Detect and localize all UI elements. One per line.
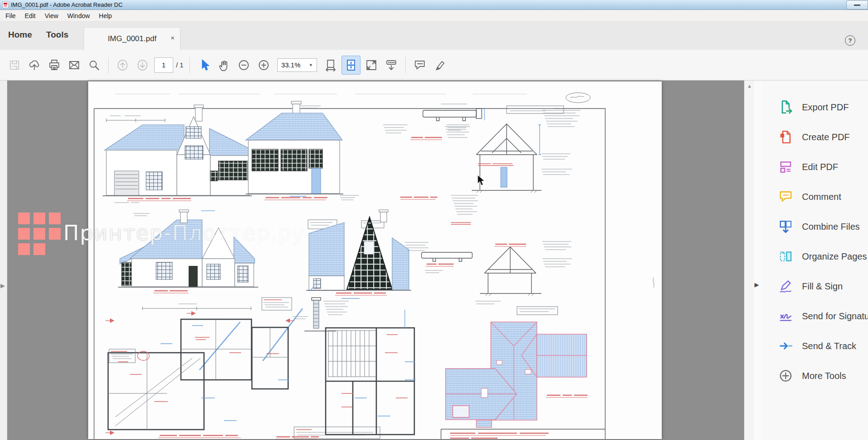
create-pdf-icon [778, 129, 793, 145]
page-up-icon [116, 59, 129, 71]
elevation-row2-right [306, 210, 411, 298]
sidebar-item-label: Organize Pages [802, 251, 867, 262]
sidebar-item-comment[interactable]: Comment [763, 182, 868, 212]
sidebar-item-label: Comment [802, 192, 841, 202]
tab-tools[interactable]: Tools [46, 30, 68, 40]
menu-file[interactable]: File [1, 11, 20, 21]
sidebar-item-export-pdf[interactable]: Export PDF [763, 92, 868, 122]
comment-icon [778, 189, 793, 204]
pdf-page[interactable] [88, 81, 662, 439]
window-title: IMG_0001.pdf - Adobe Acrobat Reader DC [11, 1, 123, 8]
full-screen-button[interactable] [361, 55, 381, 76]
organize-pages-icon [778, 249, 793, 264]
page-down-icon [136, 59, 149, 71]
title-block [441, 429, 605, 439]
menu-window[interactable]: Window [63, 11, 95, 21]
menu-view[interactable]: View [40, 11, 63, 21]
tools-panel: Export PDF Create PDF Edit PDF [763, 80, 868, 440]
specification-notes-column [451, 195, 478, 224]
left-panel-rail: ▶ [0, 80, 7, 440]
mouse-cursor [477, 175, 486, 186]
watermark-square [33, 228, 45, 240]
print-icon [48, 59, 61, 71]
title-bar: IMG_0001.pdf - Adobe Acrobat Reader DC [0, 0, 868, 10]
architectural-drawing [88, 81, 662, 439]
sidebar-item-create-pdf[interactable]: Create PDF [763, 122, 868, 152]
sidebar-item-combine-files[interactable]: Combine Files [763, 212, 868, 241]
scroll-up-arrow[interactable]: ▲ [745, 83, 754, 89]
email-icon [68, 59, 81, 71]
expand-left-panel-arrow[interactable]: ▶ [0, 282, 5, 289]
minimize-button[interactable] [846, 0, 868, 9]
document-viewport: ▶ [0, 80, 868, 440]
search-icon [88, 59, 100, 71]
menu-edit[interactable]: Edit [20, 11, 40, 21]
save-button[interactable] [5, 55, 24, 76]
section-markers [105, 311, 294, 435]
highlight-tool-button[interactable] [430, 55, 450, 76]
upload-cloud-button[interactable] [24, 55, 44, 76]
section-row1 [400, 110, 580, 199]
comment-tool-button[interactable] [410, 55, 430, 76]
help-icon[interactable]: ? [845, 35, 855, 46]
combine-files-icon [778, 219, 793, 234]
watermark-text: Принтер-Плоттер.ру [63, 221, 305, 245]
watermark-square [33, 243, 45, 255]
toolbar-separator [405, 57, 406, 73]
fit-page-button[interactable] [342, 56, 360, 75]
watermark-square [18, 243, 30, 255]
full-screen-icon [365, 59, 378, 71]
section-row2 [405, 241, 572, 296]
sidebar-item-label: Send & Track [802, 341, 856, 351]
menu-help[interactable]: Help [95, 11, 117, 21]
sidebar-item-edit-pdf[interactable]: Edit PDF [763, 152, 868, 182]
more-tools-icon [778, 368, 793, 383]
document-tab[interactable]: IMG_0001.pdf × [84, 27, 180, 50]
roof-plan [446, 301, 588, 427]
previous-page-button[interactable] [113, 55, 133, 76]
comment-bubble-icon [413, 59, 426, 71]
zoom-out-button[interactable] [234, 55, 254, 76]
watermark-square [49, 228, 61, 240]
beam-detail-top [383, 104, 484, 140]
next-page-button[interactable] [133, 55, 152, 76]
toolbar-separator [190, 57, 190, 73]
sidebar-item-send-track[interactable]: Send & Track [763, 331, 868, 361]
elevation-row1-middle [246, 101, 359, 200]
fit-width-icon [324, 59, 337, 71]
sidebar-item-label: More Tools [802, 371, 846, 381]
watermark-square [49, 213, 61, 224]
menu-bar: File Edit View Window Help [0, 10, 868, 22]
fill-sign-icon [778, 279, 793, 294]
email-button[interactable] [64, 55, 84, 76]
sidebar-item-label: Fill & Sign [802, 281, 843, 292]
ground-floor-plan [105, 298, 380, 439]
sidebar-item-organize-pages[interactable]: Organize Pages [763, 241, 868, 271]
sidebar-item-label: Edit PDF [802, 162, 838, 172]
tab-home[interactable]: Home [8, 30, 32, 40]
hand-tool-button[interactable] [214, 55, 234, 76]
zoom-level-dropdown[interactable]: 33.1% ▼ [277, 58, 317, 72]
print-button[interactable] [44, 55, 64, 76]
vertical-scrollbar[interactable]: ▲ [744, 80, 754, 440]
edit-pdf-icon [778, 159, 793, 175]
select-tool-button[interactable] [194, 55, 214, 76]
sidebar-item-fill-sign[interactable]: Fill & Sign [763, 271, 868, 301]
zoom-out-icon [237, 59, 250, 71]
page-number-input[interactable] [154, 57, 173, 73]
sidebar-item-more-tools[interactable]: More Tools [763, 361, 868, 391]
search-button[interactable] [84, 55, 104, 76]
sidebar-item-send-for-signature[interactable]: Send for Signature [763, 301, 868, 331]
sidebar-item-label: Export PDF [802, 102, 849, 113]
fit-width-button[interactable] [321, 55, 341, 76]
watermark-square [18, 228, 30, 240]
zoom-in-button[interactable] [254, 55, 274, 76]
zoom-level-value: 33.1% [281, 61, 309, 69]
tab-close-icon[interactable]: × [171, 34, 175, 42]
sidebar-item-label: Combine Files [802, 222, 860, 232]
beam-detail-bottom [422, 252, 472, 273]
collapse-panel-arrow[interactable]: ▶ [754, 281, 759, 288]
chevron-down-icon: ▼ [309, 63, 313, 67]
scroll-mode-button[interactable] [381, 55, 401, 76]
hand-icon [218, 59, 230, 71]
